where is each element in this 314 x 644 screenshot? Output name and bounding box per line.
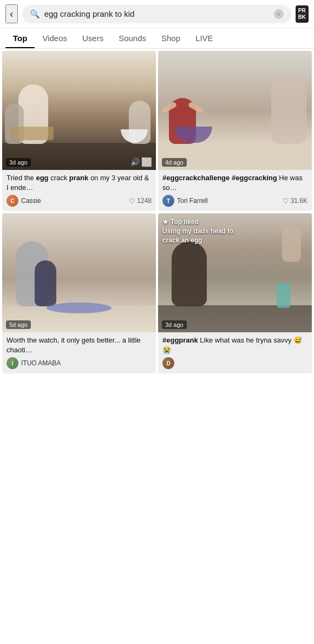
search-icon: 🔍 bbox=[30, 9, 40, 19]
heart-icon-2: ♡ bbox=[283, 197, 289, 205]
tabs-bar: Top Videos Users Sounds Shop LIVE bbox=[0, 28, 314, 49]
top-liked-line-1: ★ Top liked bbox=[162, 218, 233, 227]
video-card-3[interactable]: 5d ago Worth the watch, it only gets bet… bbox=[2, 213, 156, 373]
video-thumbnail-2: 4d ago bbox=[158, 51, 312, 170]
timestamp-4: 3d ago bbox=[162, 320, 187, 329]
card-description-2: #eggcrackchallenge #eggcracking He was s… bbox=[162, 173, 308, 192]
figure-adult-2 bbox=[271, 74, 306, 144]
avatar-3: I bbox=[6, 357, 18, 369]
search-query-text: egg cracking prank to kid bbox=[44, 9, 270, 18]
like-count-2: ♡ 31.6K bbox=[283, 197, 308, 205]
author-row-4: D bbox=[162, 357, 177, 369]
avatar-1: C bbox=[6, 195, 18, 207]
timestamp-1: 3d ago bbox=[6, 158, 31, 167]
like-number-1: 1248 bbox=[137, 197, 152, 205]
top-liked-subtitle: Using my dads head tocrack an egg bbox=[162, 227, 233, 245]
video-card-1[interactable]: 3d ago ⬜ 🔊 Tried the egg crack prank on … bbox=[2, 51, 156, 211]
card-meta-4: D bbox=[162, 357, 308, 369]
author-row-1: C Cassie bbox=[6, 195, 41, 207]
top-liked-label: Top liked bbox=[171, 218, 199, 227]
avatar-4: D bbox=[162, 357, 174, 369]
tab-shop[interactable]: Shop bbox=[154, 28, 188, 48]
figure-man-4 bbox=[172, 241, 207, 306]
author-name-3: ITUO AMABA bbox=[21, 359, 61, 367]
author-name-2: Tori Farrell bbox=[177, 197, 208, 205]
video-grid: 3d ago ⬜ 🔊 Tried the egg crack prank on … bbox=[0, 49, 314, 376]
avatar-2: T bbox=[162, 195, 174, 207]
tab-live[interactable]: LIVE bbox=[188, 28, 221, 48]
like-number-2: 31.6K bbox=[291, 197, 308, 205]
video-thumbnail-3: 5d ago bbox=[2, 213, 156, 332]
timestamp-2: 4d ago bbox=[162, 158, 187, 167]
video-thumbnail-4: ★ Top liked Using my dads head tocrack a… bbox=[158, 213, 312, 332]
card-description-3: Worth the watch, it only gets better... … bbox=[6, 336, 152, 354]
sound-icon-1: 🔊 bbox=[130, 157, 140, 166]
card-description-4: #eggprank Like what was he tryna savvy 😅… bbox=[162, 336, 308, 354]
card-info-4: #eggprank Like what was he tryna savvy 😅… bbox=[158, 332, 312, 373]
author-row-2: T Tori Farrell bbox=[162, 195, 208, 207]
card-meta-2: T Tori Farrell ♡ 31.6K bbox=[162, 195, 308, 207]
video-thumbnail-1: 3d ago ⬜ 🔊 bbox=[2, 51, 156, 170]
egg-tray-1 bbox=[10, 127, 54, 140]
tab-sounds[interactable]: Sounds bbox=[111, 28, 154, 48]
card-description-1: Tried the egg crack prank on my 3 year o… bbox=[6, 173, 152, 192]
video-card-4[interactable]: ★ Top liked Using my dads head tocrack a… bbox=[158, 213, 312, 373]
pr-badge: PR BK bbox=[296, 5, 309, 23]
pan-shape-3 bbox=[47, 303, 112, 313]
tab-users[interactable]: Users bbox=[75, 28, 111, 48]
video-card-2[interactable]: 4d ago #eggcrackchallenge #eggcracking H… bbox=[158, 51, 312, 211]
tab-top[interactable]: Top bbox=[5, 28, 35, 48]
clear-search-button[interactable]: × bbox=[274, 9, 284, 19]
card-info-1: Tried the egg crack prank on my 3 year o… bbox=[2, 170, 156, 211]
header: ‹ 🔍 egg cracking prank to kid × PR BK bbox=[0, 0, 314, 28]
back-button[interactable]: ‹ bbox=[5, 4, 18, 23]
tab-videos[interactable]: Videos bbox=[35, 28, 75, 48]
card-info-2: #eggcrackchallenge #eggcracking He was s… bbox=[158, 170, 312, 211]
cup-4 bbox=[277, 284, 290, 308]
card-info-3: Worth the watch, it only gets better... … bbox=[2, 332, 156, 373]
author-row-3: I ITUO AMABA bbox=[6, 357, 61, 369]
card-meta-1: C Cassie ♡ 1248 bbox=[6, 195, 152, 207]
save-icon-1: ⬜ bbox=[141, 157, 152, 167]
author-name-1: Cassie bbox=[21, 197, 41, 205]
like-count-1: ♡ 1248 bbox=[129, 197, 152, 205]
heart-icon-1: ♡ bbox=[129, 197, 135, 205]
figure-child-3 bbox=[35, 260, 56, 306]
timestamp-3: 5d ago bbox=[6, 320, 31, 329]
card-meta-3: I ITUO AMABA bbox=[6, 357, 152, 369]
top-liked-banner-4: ★ Top liked Using my dads head tocrack a… bbox=[162, 218, 233, 245]
top-liked-star-icon: ★ bbox=[162, 218, 168, 227]
search-bar: 🔍 egg cracking prank to kid × bbox=[22, 5, 291, 23]
figure-arm-4 bbox=[282, 224, 301, 262]
